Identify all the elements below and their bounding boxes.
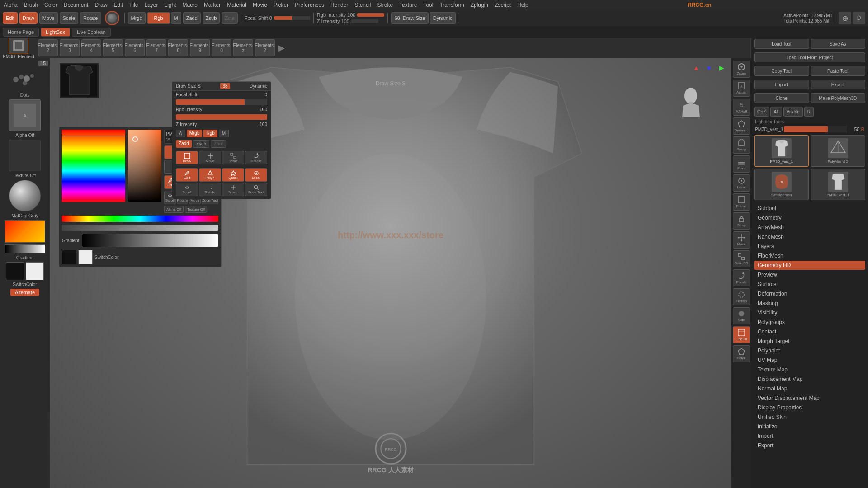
simplebrush-thumb[interactable]: S SimpleBrush	[754, 169, 809, 200]
elements-8[interactable]: Elements-8	[168, 39, 188, 56]
zcut-btn[interactable]: Zcut	[222, 12, 237, 24]
canvas-thumb[interactable]	[59, 62, 99, 99]
matcap-sphere[interactable]	[9, 180, 41, 211]
menu-arraymesh[interactable]: ArrayMesh	[754, 223, 865, 232]
polymesh3d-thumb[interactable]: PolyMesh3D	[811, 135, 865, 167]
menu-unified-skin[interactable]: Unified Skin	[754, 413, 865, 422]
menu-file[interactable]: File	[129, 2, 138, 8]
more-brushes[interactable]: ▶	[278, 43, 285, 53]
view-btn1[interactable]: ⊕	[839, 12, 851, 24]
zoom-btn[interactable]: Zoom	[733, 61, 750, 78]
menu-brush[interactable]: Brush	[24, 2, 38, 8]
menu-draw[interactable]: Draw	[94, 2, 107, 8]
mrgb-btn[interactable]: Mrgb	[128, 12, 146, 24]
actual-btn[interactable]: A Actual	[733, 80, 750, 97]
elements-7[interactable]: Elements-7	[146, 39, 166, 56]
aahalf-btn[interactable]: ½ AAHalf	[733, 99, 750, 116]
rotate-icon-btn[interactable]: Rotate	[733, 269, 750, 286]
dp-m-btn[interactable]: M	[219, 130, 229, 137]
texture-off-box[interactable]	[9, 140, 41, 171]
alpha-bar[interactable]	[62, 225, 218, 231]
all-btn[interactable]: All	[770, 107, 782, 117]
draw-popup[interactable]: Draw Size S 68 Dynamic Focal Shift 0 Rgb…	[172, 81, 271, 199]
sc-black-box[interactable]	[62, 250, 76, 264]
menu-movie[interactable]: Movie	[253, 2, 267, 8]
elements-2[interactable]: Elements-2	[38, 39, 58, 56]
dp-mrgb-btn[interactable]: Mrgb	[187, 130, 203, 137]
scale-btn[interactable]: Scale	[60, 12, 79, 24]
menu-fibermesh[interactable]: FiberMesh	[754, 251, 865, 260]
pm3d-vest2-thumb[interactable]: PM3D_vest_1	[811, 169, 865, 200]
elements-6[interactable]: Elements-6	[125, 39, 145, 56]
brush-preview[interactable]	[9, 68, 41, 91]
secondary-color[interactable]	[26, 262, 44, 280]
view-btn2[interactable]: D	[853, 12, 865, 24]
menu-uv-map[interactable]: UV Map	[754, 356, 865, 365]
slider-r-btn[interactable]: R	[861, 127, 864, 132]
elements-12[interactable]: Elements-2	[255, 39, 275, 56]
dp-move-btn[interactable]: Move	[199, 151, 221, 164]
menu-preview[interactable]: Preview	[754, 270, 865, 279]
cp-alpha-off[interactable]: Alpha Off	[164, 206, 184, 213]
tab-lightbox[interactable]: LightBox	[41, 28, 70, 37]
move-btn[interactable]: Move	[39, 12, 58, 24]
color-picker-display[interactable]	[5, 220, 45, 243]
rotate-btn[interactable]: Rotate	[80, 12, 101, 24]
menu-nanomesh[interactable]: NanoMesh	[754, 232, 865, 241]
menu-masking[interactable]: Masking	[754, 299, 865, 308]
dynamic-icon-btn[interactable]: Dynamic	[733, 117, 750, 135]
dp-rotate2-btn[interactable]: Rotate	[199, 183, 221, 196]
pm3d-vest-thumb[interactable]: PM3D_vest_1	[754, 135, 809, 167]
elements-11[interactable]: Elements-z	[233, 39, 253, 56]
menu-geometry-hd[interactable]: Geometry HD	[754, 261, 865, 270]
dp-polyplus-btn[interactable]: Poly+	[199, 168, 221, 182]
r-btn[interactable]: R	[804, 107, 814, 117]
save-as-btn[interactable]: Save As	[811, 39, 866, 49]
pm3d-element-thumb[interactable]	[9, 38, 28, 54]
menu-light[interactable]: Light	[165, 2, 176, 8]
menu-zscript[interactable]: Zscript	[495, 2, 511, 8]
menu-marker[interactable]: Marker	[204, 2, 221, 8]
linefill-btn[interactable]: LineFill	[733, 326, 750, 343]
menu-texture-map[interactable]: Texture Map	[754, 365, 865, 374]
menu-import[interactable]: Import	[754, 432, 865, 441]
menu-morph-target[interactable]: Morph Target	[754, 337, 865, 346]
brush-picker[interactable]	[105, 11, 119, 25]
menu-deformation[interactable]: Deformation	[754, 289, 865, 298]
menu-render[interactable]: Render	[330, 2, 348, 8]
primary-color[interactable]	[6, 262, 24, 280]
color-gradient[interactable]	[128, 130, 161, 202]
local-btn[interactable]: Local	[733, 174, 750, 192]
gradient-bar[interactable]	[5, 244, 45, 253]
menu-texture[interactable]: Texture	[399, 2, 417, 8]
menu-macro[interactable]: Macro	[183, 2, 198, 8]
rainbow-bar[interactable]	[62, 216, 218, 222]
menu-preferences[interactable]: Preferences	[295, 2, 324, 8]
persp-btn[interactable]: Persp	[733, 136, 750, 154]
dp-zoomtool-btn[interactable]: ZoomTool	[245, 183, 267, 196]
dp-draw-btn[interactable]: Draw	[176, 151, 198, 164]
export-btn[interactable]: Export	[811, 80, 866, 89]
draw-btn[interactable]: Draw	[19, 12, 38, 24]
alternate-btn[interactable]: Alternate	[10, 289, 39, 296]
edit-btn[interactable]: Edit	[3, 12, 18, 24]
zadd-btn[interactable]: Zadd	[183, 12, 201, 24]
z-intensity-slider[interactable]	[351, 19, 378, 23]
sc-white-box[interactable]	[78, 250, 93, 264]
menu-document[interactable]: Document	[64, 2, 89, 8]
menu-export-item[interactable]: Export	[754, 441, 865, 450]
rgb-val-btn[interactable]: Rgb	[147, 12, 170, 24]
nav-arrow-red[interactable]: ▲	[691, 62, 702, 73]
focal-slider[interactable]	[274, 16, 310, 20]
dp-zsub-btn[interactable]: Zsub	[193, 140, 209, 148]
menu-stencil[interactable]: Stencil	[354, 2, 371, 8]
dp-rgb-btn[interactable]: Rgb	[203, 130, 217, 137]
rgb-intensity-slider[interactable]	[357, 13, 384, 17]
dp-rgb-slider[interactable]	[176, 114, 267, 120]
menu-visibility[interactable]: Visibility	[754, 308, 865, 317]
menu-alpha[interactable]: Alpha	[4, 2, 18, 8]
m-btn[interactable]: M	[171, 12, 181, 24]
menu-initialize[interactable]: Initialize	[754, 422, 865, 431]
scale3d-btn[interactable]: Scale3D	[733, 250, 750, 267]
menu-layer[interactable]: Layer	[145, 2, 158, 8]
